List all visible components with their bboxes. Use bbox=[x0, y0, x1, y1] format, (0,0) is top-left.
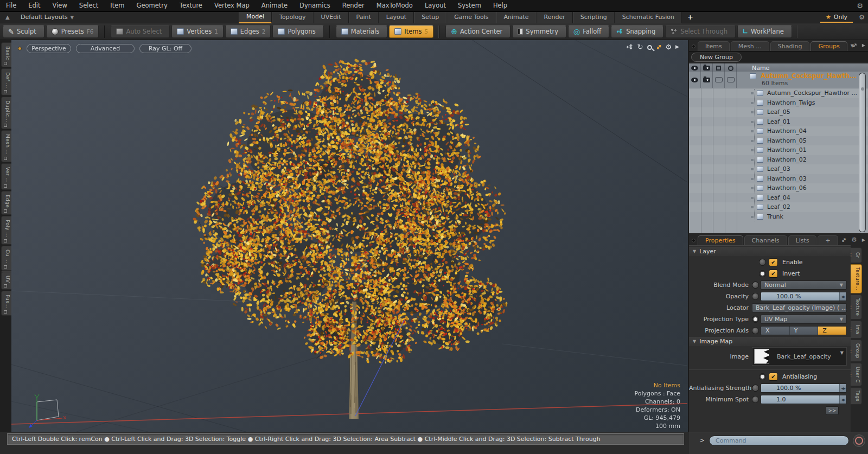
group-item-row[interactable]: Leaf_01 bbox=[689, 117, 868, 127]
layout-tab[interactable]: Setup bbox=[414, 12, 446, 23]
group-root-row[interactable]: Autumn_Cockspur_Hawth... 60 Items bbox=[689, 72, 868, 88]
only-toggle[interactable]: ★ Only bbox=[820, 12, 853, 23]
layout-tab[interactable]: Topology bbox=[272, 12, 314, 23]
menu-item[interactable]: Geometry bbox=[131, 0, 174, 11]
pan-icon[interactable]: ↔↕ bbox=[627, 43, 634, 51]
group-item-row[interactable]: Hawthorn_Twigs bbox=[689, 98, 868, 108]
record-macro-button[interactable] bbox=[853, 434, 865, 447]
toolbar-button[interactable]: Snapping bbox=[611, 25, 663, 38]
antialiasing-strength-slider[interactable]: 100.0 % ◀▶ bbox=[761, 383, 847, 393]
menu-item[interactable]: Layout bbox=[419, 0, 452, 11]
menu-item[interactable]: Texture bbox=[174, 0, 208, 11]
layer-section-header[interactable]: ▼ Layer bbox=[689, 247, 851, 256]
render-camera-icon[interactable] bbox=[703, 78, 710, 82]
menu-item[interactable]: Vertex Map bbox=[208, 0, 256, 11]
locator-dropdown[interactable]: Bark_Leaf_opacity (Image) ( ... ▼ bbox=[752, 303, 847, 312]
layout-up-icon[interactable]: ▲ bbox=[5, 14, 10, 20]
new-group-button[interactable]: New Group bbox=[691, 53, 742, 62]
menu-item[interactable]: System bbox=[452, 0, 487, 11]
group-item-row[interactable]: Hawthorn_06 bbox=[689, 183, 868, 193]
right-palette-tab[interactable]: Group ... bbox=[851, 340, 862, 362]
left-palette-tab[interactable]: Poly ... bbox=[1, 216, 11, 245]
left-palette-tab[interactable]: Mesh ... bbox=[1, 130, 11, 162]
group-item-row[interactable]: Hawthorn_02 bbox=[689, 155, 868, 165]
menu-item[interactable]: MaxToModo bbox=[371, 0, 419, 11]
toolbar-button[interactable]: Select Through bbox=[665, 25, 736, 38]
render-camera-icon[interactable] bbox=[703, 66, 710, 71]
toolbar-button[interactable]: Items 5 bbox=[389, 25, 433, 38]
viewport-3d-scene[interactable] bbox=[11, 40, 688, 432]
app-settings-gear-icon[interactable]: ⚙ bbox=[857, 2, 863, 10]
toolbar-button[interactable]: Falloff bbox=[568, 25, 609, 38]
add-layout-tab-button[interactable]: + bbox=[682, 12, 699, 23]
projection-type-dropdown[interactable]: UV Map ▼ bbox=[761, 315, 847, 324]
toolbar-button[interactable]: Auto Select bbox=[111, 25, 170, 38]
group-item-row[interactable]: Hawthorn_03 bbox=[689, 174, 868, 184]
menu-item[interactable]: Item bbox=[104, 0, 130, 11]
groups-scrollbar[interactable] bbox=[859, 73, 866, 232]
left-palette-tab[interactable]: UV bbox=[1, 272, 11, 290]
layout-tab[interactable]: Layout bbox=[379, 12, 414, 23]
group-item-row[interactable]: Leaf_04 bbox=[689, 193, 868, 203]
group-item-row[interactable]: Leaf_05 bbox=[689, 107, 868, 117]
group-item-row[interactable]: Autumn_Cockspur_Hawthor ... bbox=[689, 88, 868, 98]
right-palette-tab[interactable]: User C ... bbox=[851, 363, 862, 386]
properties-panel-tab[interactable]: Properties bbox=[698, 235, 743, 245]
default-layouts-dropdown[interactable]: Default Layouts▼ bbox=[21, 14, 74, 21]
viewport-header-button[interactable]: Advanced bbox=[76, 44, 135, 53]
right-palette-tab[interactable]: Gr ... bbox=[851, 247, 862, 263]
mini-slider-arrows-icon[interactable]: ◀▶ bbox=[839, 395, 846, 404]
layout-tab[interactable]: Model bbox=[239, 12, 272, 23]
enable-checkbox[interactable] bbox=[769, 258, 778, 266]
toolbar-button[interactable]: Presets F6 bbox=[46, 25, 99, 38]
expand-panel-icon[interactable]: ↔ bbox=[850, 41, 859, 50]
layout-gear-icon[interactable]: ⚙ bbox=[859, 14, 865, 21]
axis-y-button[interactable]: Y bbox=[789, 327, 818, 335]
menu-item[interactable]: View bbox=[47, 0, 73, 11]
visibility-eye-icon[interactable] bbox=[691, 78, 698, 82]
layout-tab[interactable]: Scripting bbox=[573, 12, 615, 23]
command-input[interactable] bbox=[709, 436, 849, 446]
toggle-checkbox[interactable] bbox=[715, 77, 723, 82]
menu-item[interactable]: Render bbox=[336, 0, 371, 11]
group-item-row[interactable]: Hawthorn_05 bbox=[689, 136, 868, 146]
minimum-spot-radio[interactable] bbox=[752, 396, 759, 403]
left-palette-tab[interactable]: Duplic... bbox=[1, 97, 11, 129]
viewport-gear-icon[interactable]: ⚙ bbox=[665, 43, 672, 51]
menu-item[interactable]: Animate bbox=[256, 0, 293, 11]
sphere-column-icon[interactable] bbox=[728, 66, 733, 71]
group-item-row[interactable]: Trunk bbox=[689, 212, 868, 222]
groups-panel-tab[interactable]: Mesh ... bbox=[731, 41, 769, 51]
invert-checkbox[interactable] bbox=[769, 270, 778, 278]
group-item-row[interactable]: Leaf_02 bbox=[689, 202, 868, 212]
enable-channel-radio[interactable] bbox=[759, 259, 766, 266]
left-palette-tab[interactable]: Ver ... bbox=[1, 163, 11, 190]
layout-tab[interactable]: Render bbox=[537, 12, 573, 23]
properties-panel-tab[interactable]: Channels bbox=[744, 235, 787, 245]
menu-item[interactable]: Edit bbox=[22, 0, 46, 11]
axis-x-button[interactable]: X bbox=[761, 327, 789, 335]
toolbar-button[interactable]: Sculpt bbox=[3, 25, 44, 38]
blend-mode-radio[interactable] bbox=[752, 282, 759, 289]
group-item-row[interactable]: Leaf_03 bbox=[689, 164, 868, 174]
layout-tab[interactable]: Schematic Fusion bbox=[615, 12, 682, 23]
toolbar-button[interactable]: WorkPlane bbox=[737, 25, 792, 38]
toolbar-button[interactable]: Vertices 1 bbox=[171, 25, 224, 38]
properties-panel-tab[interactable]: Lists bbox=[788, 235, 817, 245]
antialiasing-strength-radio[interactable] bbox=[752, 385, 759, 392]
panel-more-arrow-icon[interactable]: ▶ bbox=[862, 43, 865, 48]
left-palette-tab[interactable]: Edge bbox=[1, 191, 11, 215]
groups-panel-tab[interactable]: Items bbox=[698, 41, 730, 51]
group-item-row[interactable]: Hawthorn_01 bbox=[689, 145, 868, 155]
layout-tab[interactable]: Paint bbox=[349, 12, 379, 23]
layout-tab[interactable]: Game Tools bbox=[446, 12, 496, 23]
projection-axis-radio[interactable] bbox=[752, 327, 759, 334]
viewport-more-arrow-icon[interactable]: ▶ bbox=[675, 43, 679, 51]
toolbar-button[interactable]: Symmetry bbox=[512, 25, 566, 38]
toolbar-button[interactable]: Edges 2 bbox=[225, 25, 271, 38]
groups-panel-tab[interactable]: Groups bbox=[810, 41, 847, 51]
groups-scrollbar-thumb[interactable] bbox=[859, 73, 865, 232]
antialiasing-checkbox[interactable] bbox=[769, 373, 778, 381]
layout-tab[interactable]: Animate bbox=[496, 12, 537, 23]
maximize-viewport-icon[interactable]: ↔ bbox=[654, 42, 663, 52]
